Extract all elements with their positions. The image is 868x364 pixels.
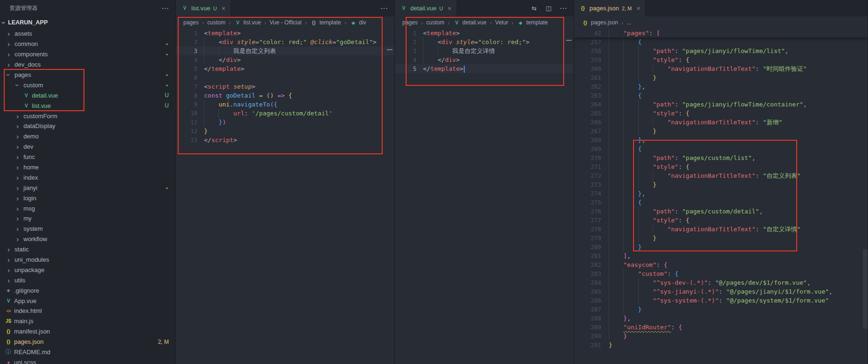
tree-item-index[interactable]: ›index — [0, 172, 175, 182]
tree-item-pages[interactable]: ›pages● — [0, 70, 175, 80]
code-line-257[interactable]: 257{ — [574, 38, 868, 46]
code-line-273[interactable]: 273} — [574, 180, 868, 189]
tree-item-detail.vue[interactable]: Vdetail.vueU — [0, 90, 175, 100]
code-line-285[interactable]: 285"^sys-jianyi-(.*)": "@/pages/jianyi/$… — [574, 287, 868, 296]
code-line-270[interactable]: 270"path": "pages/custom/list", — [574, 153, 868, 162]
tree-item-unpackage[interactable]: ›unpackage — [0, 265, 175, 275]
code-line-281[interactable]: 281], — [574, 251, 868, 260]
breadcrumb-item[interactable]: Vue - Official — [270, 19, 302, 26]
tree-item-components[interactable]: ›components● — [0, 49, 175, 60]
code-line-11[interactable]: 11}) — [176, 118, 394, 127]
code-line-259[interactable]: 259"style": { — [574, 55, 868, 64]
code-line-261[interactable]: 261} — [574, 73, 868, 82]
breadcrumb-item[interactable]: Vetur — [495, 19, 508, 26]
code-line-4[interactable]: 4</div> — [176, 55, 394, 64]
code-line-12[interactable]: 12} — [176, 127, 394, 136]
breadcrumb-item[interactable]: pages — [183, 19, 199, 26]
scrollbar-thumb[interactable] — [863, 249, 868, 329]
breadcrumb-item[interactable]: custom — [207, 19, 226, 26]
tree-item-assets[interactable]: ›assets — [0, 29, 175, 39]
tree-item-jianyi[interactable]: ›jianyi● — [0, 182, 175, 193]
code-line-3[interactable]: 3我是自定义列表 — [176, 46, 394, 55]
tree-item-system[interactable]: ›system — [0, 224, 175, 234]
code-line-42[interactable]: 42"pages": [ — [574, 29, 868, 38]
code-line-6[interactable]: 6 — [176, 73, 394, 82]
code-line-286[interactable]: 286"^sys-system-(.*)": "@/pages/system/$… — [574, 296, 868, 305]
code-line-8[interactable]: 8const goDetail = () => { — [176, 91, 394, 100]
code-line-264[interactable]: 264"path": "pages/jianyi/flowTime/contai… — [574, 100, 868, 109]
breadcrumb-item[interactable]: ◈template — [517, 19, 548, 26]
code-line-289[interactable]: 289"uniIdRouter": { — [574, 323, 868, 332]
code-line-291[interactable]: 291} — [574, 341, 868, 349]
tree-item-common[interactable]: ›common● — [0, 39, 175, 49]
code-line-7[interactable]: 7<script setup> — [176, 82, 394, 91]
code-line-1[interactable]: 1<template> — [176, 29, 394, 38]
code-editor-detail-vue[interactable]: 1<template>2<div style="color: red;">3我是… — [395, 29, 574, 364]
tree-item-uni-modules[interactable]: ›uni_modules — [0, 255, 175, 265]
code-editor-pages-json[interactable]: 257{258"path": "pages/jianyi/flowTime/li… — [574, 29, 868, 364]
more-actions-icon[interactable]: ⋯ — [559, 4, 567, 13]
tree-item-readme.md[interactable]: ⓘREADME.md — [0, 347, 175, 357]
breadcrumb-item[interactable]: Vlist.vue — [234, 19, 261, 26]
tree-item-func[interactable]: ›func — [0, 152, 175, 162]
code-line-4[interactable]: 4</div> — [395, 55, 574, 64]
more-actions-icon[interactable]: ⋯ — [161, 4, 169, 13]
tree-item-manifest.json[interactable]: {}manifest.json — [0, 326, 175, 337]
code-line-263[interactable]: 263{ — [574, 91, 868, 100]
tab-detail-vue[interactable]: V detail.vue U × — [395, 0, 457, 16]
code-line-268[interactable]: 268}, — [574, 136, 868, 144]
code-line-265[interactable]: 265"style": { — [574, 109, 868, 118]
tree-item-utils[interactable]: ›utils — [0, 275, 175, 285]
code-line-9[interactable]: 9uni.navigateTo({ — [176, 100, 394, 109]
tree-item-demo[interactable]: ›demo — [0, 131, 175, 142]
tree-item-.gitignore[interactable]: ◆.gitignore — [0, 285, 175, 296]
code-line-3[interactable]: 3我是自定义详情 — [395, 46, 574, 55]
tree-item-dev[interactable]: ›dev — [0, 142, 175, 152]
split-editor-icon[interactable]: ◫ — [545, 5, 552, 12]
code-line-275[interactable]: 275{ — [574, 198, 868, 207]
code-line-290[interactable]: 290} — [574, 332, 868, 341]
compare-icon[interactable]: ⇆ — [530, 5, 538, 12]
tree-root[interactable]: › LEARUN_APP — [0, 16, 175, 29]
tree-item-login[interactable]: ›login — [0, 193, 175, 203]
tree-item-pages.json[interactable]: {}pages.json2, M — [0, 337, 175, 347]
tree-item-dev-docs[interactable]: ›dev_docs — [0, 60, 175, 70]
sticky-scroll-line[interactable]: 42"pages": [ — [574, 29, 868, 38]
tree-item-main.js[interactable]: JSmain.js — [0, 316, 175, 326]
code-line-5[interactable]: 5</template> — [176, 64, 394, 73]
tab-pages-json[interactable]: {} pages.json 2, M × — [574, 0, 646, 16]
tree-item-index.html[interactable]: <>index.html — [0, 306, 175, 316]
code-line-5[interactable]: 5</template> — [395, 64, 574, 73]
code-line-258[interactable]: 258"path": "pages/jianyi/flowTime/list", — [574, 46, 868, 55]
code-line-260[interactable]: 260"navigationBarTitleText": "时间组件验证" — [574, 64, 868, 73]
code-editor-list-vue[interactable]: 1<template>2<div style="color: red;" @cl… — [176, 29, 394, 364]
code-line-269[interactable]: 269{ — [574, 144, 868, 153]
code-line-280[interactable]: 280} — [574, 243, 868, 251]
code-line-10[interactable]: 10url: '/pages/custom/detail' — [176, 109, 394, 118]
code-line-271[interactable]: 271"style": { — [574, 162, 868, 171]
code-line-1[interactable]: 1<template> — [395, 29, 574, 38]
tree-item-datadisplay[interactable]: ›dataDisplay — [0, 121, 175, 131]
code-line-266[interactable]: 266"navigationBarTitleText": "新增" — [574, 118, 868, 127]
breadcrumb-item[interactable]: ... — [626, 19, 631, 26]
breadcrumb-item[interactable]: {}template — [310, 19, 341, 26]
tab-list-vue[interactable]: V list.vue U × — [176, 0, 231, 16]
code-line-2[interactable]: 2<div style="color: red;" @click="goDeta… — [176, 38, 394, 46]
close-icon[interactable]: × — [221, 5, 225, 12]
tree-item-customform[interactable]: ›customForm — [0, 111, 175, 121]
tree-item-custom[interactable]: ›custom● — [0, 80, 175, 90]
breadcrumb-item[interactable]: custom — [426, 19, 445, 26]
tree-item-uni.scss[interactable]: ♦uni.scss — [0, 357, 175, 364]
close-icon[interactable]: × — [636, 5, 640, 12]
tree-item-workflow[interactable]: ›workflow — [0, 234, 175, 244]
code-line-272[interactable]: 272"navigationBarTitleText": "自定义列表" — [574, 171, 868, 180]
breadcrumb-item[interactable]: {}pages.json — [581, 19, 618, 26]
code-line-277[interactable]: 277"style": { — [574, 216, 868, 225]
code-line-287[interactable]: 287} — [574, 305, 868, 314]
code-line-284[interactable]: 284"^sys-dev-(.*)": "@/pages/dev/$1/form… — [574, 278, 868, 287]
code-line-262[interactable]: 262}, — [574, 82, 868, 91]
code-line-278[interactable]: 278"navigationBarTitleText": "自定义详情" — [574, 225, 868, 234]
tree-item-msg[interactable]: ›msg — [0, 203, 175, 213]
code-line-2[interactable]: 2<div style="color: red;"> — [395, 38, 574, 46]
code-line-282[interactable]: 282"easycom": { — [574, 260, 868, 269]
